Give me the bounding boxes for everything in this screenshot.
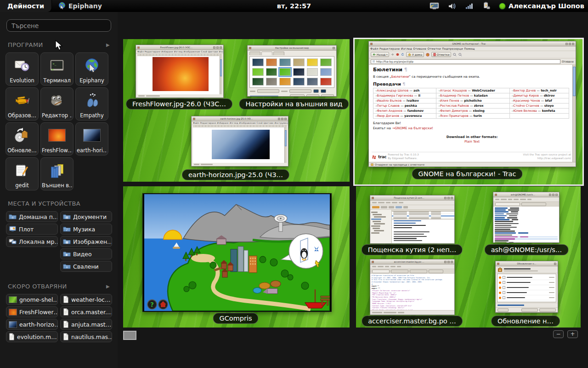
app-tile-gedit[interactable]: gedit (6, 157, 39, 190)
app-label: Evolution (10, 77, 34, 84)
app-icon-wrap (83, 123, 101, 147)
recent-item-text-doc[interactable]: nautilus.mas… (60, 331, 112, 342)
programs-expand-icon[interactable]: ▶ (106, 42, 110, 47)
window-gedit-po[interactable]: accerciser.master.bg.po … # Bulgarian tr… (370, 259, 455, 315)
window-appearance-settings[interactable]: Настройки на външния вид (247, 45, 337, 97)
app-label: Empathy (80, 112, 103, 119)
place-item-folder-videos[interactable]: ▶Видео (60, 248, 112, 259)
app-tile-image-earth[interactable]: earth-hori… (75, 122, 108, 155)
desktop-icon (9, 226, 17, 232)
workspace-4[interactable]: Пощенска кутия (2 неп… ash@GNOME:/usr/s…… (356, 186, 581, 328)
window-update-manager[interactable]: Обновление н… (495, 261, 558, 313)
scrollbar (220, 56, 222, 94)
translator-cell: →Атанас Кошаров — WebCrusader (436, 88, 509, 93)
preview-pane (392, 219, 454, 243)
recent-item-thumb-flower[interactable]: FreshFlower… (6, 306, 58, 317)
app-tile-epiphany[interactable]: Epiphany (75, 52, 108, 86)
translator-cell: →Димитър Киров — dkirov (509, 93, 569, 98)
place-item-desktop[interactable]: Плот (6, 224, 58, 235)
recent-expand-icon[interactable]: ▶ (106, 284, 110, 289)
app-menu-label: Epiphany (68, 2, 102, 10)
user-menu[interactable]: Александър Шопов (499, 2, 584, 10)
window-evolution-mail[interactable]: Пощенска кутия (2 неп… (370, 195, 455, 244)
update-row (498, 275, 555, 280)
tab (273, 52, 284, 55)
place-item-network[interactable]: Локална мр… (6, 236, 58, 247)
place-item-folder-music[interactable]: ♪Музика (60, 224, 112, 235)
update-checkbox (503, 281, 505, 284)
close-icon (220, 46, 222, 49)
recent-item-thumb-earth[interactable]: earth-horizo… (6, 319, 58, 330)
terminal-tab (521, 202, 546, 206)
workspace-3[interactable]: ? GCompris (123, 186, 350, 328)
recent-item-text-doc[interactable]: evolution.m… (6, 331, 58, 342)
recent-item-thumb-green[interactable]: gnome-shel… (6, 294, 58, 305)
window-title: accerciser.master.bg.po … (375, 260, 443, 263)
place-label: Документи (73, 213, 107, 220)
recent-item-text-doc[interactable]: weather-loc… (60, 294, 112, 305)
browser-toolbar: Назад▾ У дома Отметки (369, 51, 576, 58)
window-terminal[interactable]: ash@GNOME:/usr/s… (493, 192, 560, 243)
app-tile-appearance[interactable]: Външен в… (40, 157, 74, 190)
translators-table: →Александър Шопов — ash→Атанас Кошаров —… (373, 88, 569, 119)
app-tile-terminal[interactable]: >_Терминал (40, 52, 74, 86)
color-combobox (289, 89, 311, 93)
app-tile-empathy[interactable]: Empathy (75, 87, 108, 121)
network-signal-icon[interactable] (465, 2, 474, 10)
display-settings-icon[interactable] (430, 2, 439, 10)
svg-text:↓: ↓ (66, 265, 68, 269)
place-item-folder-downloads[interactable]: ↓Свалени (60, 261, 112, 272)
terminal-line (495, 242, 558, 242)
updates-icon (498, 267, 503, 272)
window-gimp-freshflower[interactable]: FreshFlower.jpg-26.0 (ЧЗС… Файл Редактир… (136, 45, 224, 98)
app-tile-gimp[interactable]: Редактор … (40, 87, 74, 121)
gcompris-scene: ? (144, 194, 330, 311)
app-tile-gcompris[interactable]: Образов… (6, 87, 39, 121)
activities-button[interactable]: Дейности (0, 0, 51, 12)
app-tile-evolution[interactable]: Evolution (6, 52, 39, 86)
preview-line (394, 220, 421, 221)
window-label: ash@GNOME:/usr/s… (485, 244, 569, 255)
terminal-line (495, 225, 558, 226)
tab-bar (370, 269, 454, 274)
po-line: "Language-Team: Bulgarian <dict@fsa-bg.o… (372, 300, 415, 302)
clock[interactable]: вт, 22:57 (277, 0, 311, 12)
power-icon[interactable] (482, 2, 491, 10)
place-item-folder-pictures[interactable]: ▦Изображен… (60, 236, 112, 247)
recent-label: earth-horizo… (19, 321, 58, 328)
window-epiphany-trac[interactable]: GNOME на български! - Trac Файл Редактир… (368, 41, 576, 167)
workspace-2-active[interactable]: GNOME на български! - Trac Файл Редактир… (353, 38, 584, 186)
workspace-indicator[interactable] (123, 331, 136, 340)
app-tile-image-flower[interactable]: FreshFlow… (40, 122, 74, 155)
app-tile-updates[interactable]: Обновле… (6, 122, 39, 155)
search-box[interactable] (6, 19, 111, 32)
window-gcompris[interactable]: ? (142, 193, 332, 312)
workspaces-view: FreshFlower.jpg-26.0 (ЧЗС… Файл Редактир… (118, 12, 588, 368)
update-links (496, 303, 558, 308)
search-input[interactable] (11, 22, 107, 30)
gnome-shell-overview: Дейности Epiphany вт, 22:57 Александър Ш… (0, 0, 588, 368)
window-gimp-earth-horizon[interactable]: earth-horizon.jpg-25.0 (ЧЗ… Файл Редакти… (191, 116, 288, 167)
volume-icon[interactable] (448, 2, 457, 10)
add-workspace-button[interactable]: + (567, 330, 578, 338)
place-item-folder-documents[interactable]: ▤Документи (60, 211, 112, 222)
translator-row: →Филип Андонов — fandonov→Филип Димитров… (373, 109, 569, 114)
remove-workspace-button[interactable]: − (553, 330, 564, 338)
translator-cell: →Филип Андонов — fandonov (373, 109, 436, 114)
close-icon (451, 261, 453, 263)
app-menu[interactable]: Epiphany (54, 0, 106, 12)
app-icon-wrap (14, 53, 30, 77)
recent-item-text-doc[interactable]: orca.master.… (60, 306, 112, 317)
help-button: ? (147, 300, 157, 309)
recent-header-label: СКОРО ОТВАРЯНИ (8, 283, 67, 290)
workspace-1[interactable]: FreshFlower.jpg-26.0 (ЧЗС… Файл Редактир… (123, 39, 350, 182)
appearance-icon (49, 162, 65, 178)
recent-item-text-doc[interactable]: anjuta.mast… (60, 319, 112, 330)
translator-cell: →Юлия Велкова — konfeta (509, 109, 569, 114)
download-block: Download in other formats: Plain Text (373, 135, 571, 144)
window-icon (137, 46, 140, 49)
place-item-home-folder[interactable]: ⌂Домашна п… (6, 211, 58, 222)
preview-line (394, 231, 430, 232)
translator-cell (509, 114, 569, 119)
place-label: Видео (73, 251, 92, 258)
